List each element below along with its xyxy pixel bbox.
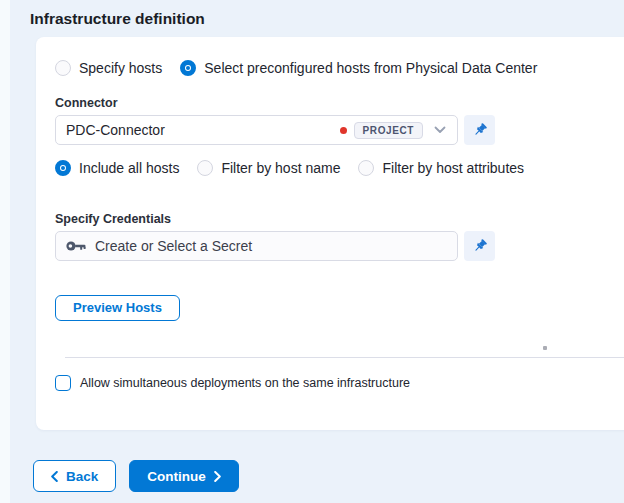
- radio-label: Specify hosts: [79, 60, 162, 76]
- secret-placeholder: Create or Select a Secret: [95, 238, 457, 254]
- connector-value: PDC-Connector: [66, 122, 340, 138]
- continue-button-label: Continue: [147, 469, 206, 484]
- radio-include-all-hosts[interactable]: Include all hosts: [55, 160, 179, 176]
- infrastructure-definition-card: Specify hosts Select preconfigured hosts…: [36, 37, 624, 430]
- left-panel-edge: [0, 0, 10, 503]
- connector-label: Connector: [55, 96, 624, 110]
- key-icon: [66, 240, 87, 252]
- resize-grip-dot: [543, 346, 547, 350]
- chevron-right-icon: [214, 471, 221, 482]
- chevron-left-icon: [51, 471, 58, 482]
- wizard-footer: Back Continue: [33, 460, 239, 492]
- allow-simultaneous-checkbox[interactable]: [55, 375, 71, 391]
- radio-label: Filter by host attributes: [382, 160, 524, 176]
- radio-icon: [358, 160, 374, 176]
- allow-simultaneous-label: Allow simultaneous deployments on the sa…: [80, 376, 410, 390]
- status-dot-icon: [340, 127, 347, 134]
- scope-badge: PROJECT: [354, 122, 423, 139]
- continue-button[interactable]: Continue: [129, 460, 239, 492]
- preview-hosts-button[interactable]: Preview Hosts: [55, 295, 180, 321]
- pin-icon: [472, 122, 488, 138]
- credentials-label: Specify Credentials: [55, 212, 624, 226]
- radio-filter-by-host-attributes[interactable]: Filter by host attributes: [358, 160, 524, 176]
- radio-label: Filter by host name: [221, 160, 340, 176]
- radio-label: Select preconfigured hosts from Physical…: [204, 60, 537, 76]
- pin-icon: [472, 238, 488, 254]
- back-button[interactable]: Back: [33, 460, 116, 492]
- radio-selected-icon: [180, 60, 196, 76]
- radio-specify-hosts[interactable]: Specify hosts: [55, 60, 162, 76]
- host-filter-radio-group: Include all hosts Filter by host name Fi…: [55, 160, 624, 176]
- page-title: Infrastructure definition: [30, 10, 205, 28]
- credentials-field-row: Create or Select a Secret: [55, 231, 624, 261]
- radio-filter-by-host-name[interactable]: Filter by host name: [197, 160, 340, 176]
- connector-runtime-pin-button[interactable]: [464, 115, 495, 145]
- radio-select-preconfigured-hosts[interactable]: Select preconfigured hosts from Physical…: [180, 60, 537, 76]
- radio-label: Include all hosts: [79, 160, 179, 176]
- chevron-down-icon[interactable]: [423, 126, 457, 134]
- allow-simultaneous-row: Allow simultaneous deployments on the sa…: [55, 375, 624, 391]
- credentials-runtime-pin-button[interactable]: [464, 231, 495, 261]
- back-button-label: Back: [66, 469, 98, 484]
- connector-field-row: PDC-Connector PROJECT: [55, 115, 624, 145]
- connector-select-field[interactable]: PDC-Connector PROJECT: [55, 115, 458, 145]
- secret-select-field[interactable]: Create or Select a Secret: [55, 231, 458, 261]
- section-divider: [65, 357, 624, 358]
- radio-selected-icon: [55, 160, 71, 176]
- radio-icon: [55, 60, 71, 76]
- radio-icon: [197, 160, 213, 176]
- host-source-radio-group: Specify hosts Select preconfigured hosts…: [55, 60, 624, 76]
